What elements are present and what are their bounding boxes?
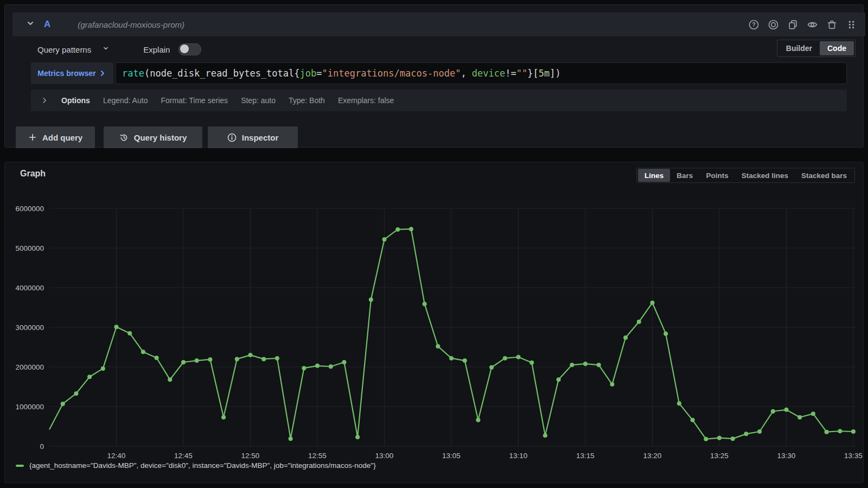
data-points	[61, 227, 856, 441]
gridlines	[49, 208, 856, 446]
series-legend[interactable]: {agent_hostname="Davids-MBP", device="di…	[16, 461, 376, 470]
svg-text:12:40: 12:40	[107, 452, 126, 460]
svg-text:13:25: 13:25	[710, 452, 729, 460]
drag-handle-icon[interactable]	[846, 20, 857, 30]
y-axis-labels: 0100000020000003000000400000050000006000…	[15, 205, 44, 451]
svg-text:0: 0	[40, 442, 44, 451]
svg-text:?: ?	[752, 21, 755, 28]
history-icon	[119, 133, 129, 142]
tab-points[interactable]: Points	[699, 169, 735, 182]
plus-icon	[28, 133, 37, 142]
query-token: =	[316, 68, 322, 79]
angle-right-icon	[41, 97, 48, 104]
query-token: (node_disk_read_bytes_total{	[144, 68, 300, 79]
query-ref-id: A	[44, 19, 50, 30]
svg-text:3000000: 3000000	[15, 324, 44, 332]
chart-canvas[interactable]: 0100000020000003000000400000050000006000…	[5, 184, 864, 462]
x-axis-labels: 12:4012:4512:5012:5513:0013:0513:1013:15…	[107, 452, 863, 460]
explain-toggle[interactable]	[178, 43, 201, 55]
help-icon[interactable]: ?	[749, 20, 759, 30]
series-legend-label: {agent_hostname="Davids-MBP", device="di…	[29, 461, 376, 470]
inspector-button[interactable]: Inspector	[208, 126, 298, 148]
series-color-swatch	[16, 465, 24, 467]
option-format: Format: Time series	[161, 96, 228, 105]
query-token: "integrations/macos-node"	[322, 68, 461, 79]
code-mode-button[interactable]: Code	[820, 41, 854, 55]
query-toolbar: ?	[749, 20, 857, 30]
svg-text:13:05: 13:05	[442, 452, 461, 460]
query-token: rate	[122, 68, 144, 79]
query-token: !=	[505, 68, 516, 79]
query-token: device	[472, 68, 505, 79]
option-legend: Legend: Auto	[103, 96, 148, 105]
query-token: }[	[527, 68, 538, 79]
promql-query-input[interactable]: rate(node_disk_read_bytes_total{job="int…	[116, 62, 847, 84]
angle-right-icon	[98, 69, 107, 78]
collapse-chevron-down-icon[interactable]	[25, 18, 35, 30]
graph-panel: Graph Lines Bars Points Stacked lines St…	[4, 162, 864, 483]
tab-lines[interactable]: Lines	[638, 169, 670, 182]
svg-text:4000000: 4000000	[15, 284, 44, 292]
panel-title: Graph	[20, 169, 46, 179]
query-token: ""	[516, 68, 527, 79]
metrics-browser-button[interactable]: Metrics browser	[31, 62, 113, 84]
options-collapsed-row[interactable]: Options Legend: Auto Format: Time series…	[31, 90, 847, 111]
svg-text:5000000: 5000000	[15, 244, 44, 252]
svg-text:1000000: 1000000	[15, 403, 44, 411]
builder-mode-button[interactable]: Builder	[778, 41, 820, 55]
query-patterns-dropdown[interactable]: Query patterns	[37, 45, 91, 54]
query-token: 5m	[539, 68, 550, 79]
svg-text:12:45: 12:45	[174, 452, 193, 460]
svg-text:6000000: 6000000	[15, 205, 44, 213]
query-token: ])	[550, 68, 560, 79]
svg-text:2000000: 2000000	[15, 363, 44, 371]
query-editor-card: A (grafanacloud-moxious-prom) ? Q	[4, 4, 864, 148]
query-history-button[interactable]: Query history	[104, 126, 202, 148]
query-token: job	[300, 68, 317, 79]
query-token: ,	[461, 68, 471, 79]
editor-mode-toggle: Builder Code	[777, 40, 856, 57]
grafana-explore-page: { "accent_colors": {"series_green": "#73…	[0, 0, 868, 488]
option-exemplars: Exemplars: false	[338, 96, 394, 105]
record-icon[interactable]	[768, 20, 778, 30]
svg-text:12:55: 12:55	[308, 452, 327, 460]
svg-text:13:30: 13:30	[777, 452, 796, 460]
trash-icon[interactable]	[827, 20, 837, 30]
svg-text:13:35: 13:35	[844, 452, 863, 460]
toggle-knob	[180, 45, 189, 53]
svg-text:13:20: 13:20	[643, 452, 662, 460]
explain-label: Explain	[143, 45, 170, 54]
tab-stacked-lines[interactable]: Stacked lines	[735, 169, 795, 182]
svg-text:12:50: 12:50	[241, 452, 260, 460]
datasource-hint: (grafanacloud-moxious-prom)	[78, 20, 184, 29]
add-query-button[interactable]: Add query	[16, 126, 95, 148]
copy-icon[interactable]	[788, 20, 798, 30]
chevron-down-icon[interactable]	[102, 45, 110, 54]
tab-stacked-bars[interactable]: Stacked bars	[795, 169, 853, 182]
svg-text:13:15: 13:15	[576, 452, 595, 460]
svg-text:13:00: 13:00	[375, 452, 394, 460]
option-step: Step: auto	[241, 96, 276, 105]
query-header-row[interactable]: A (grafanacloud-moxious-prom) ?	[12, 12, 865, 36]
eye-icon[interactable]	[807, 20, 818, 30]
svg-text:13:10: 13:10	[509, 452, 528, 460]
info-circle-icon	[227, 133, 237, 142]
options-title: Options	[61, 96, 90, 105]
query-options-bar: Query patterns Explain	[37, 40, 201, 59]
tab-bars[interactable]: Bars	[670, 169, 699, 182]
display-mode-tabs: Lines Bars Points Stacked lines Stacked …	[636, 168, 855, 183]
option-type: Type: Both	[289, 96, 325, 105]
